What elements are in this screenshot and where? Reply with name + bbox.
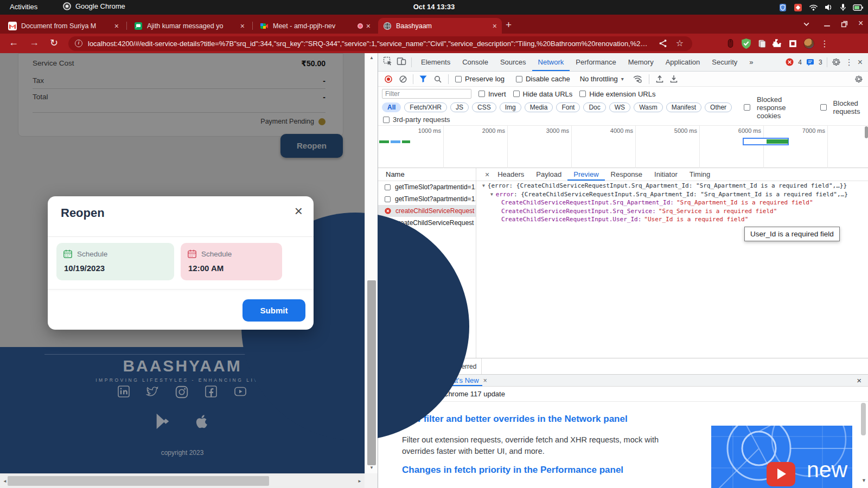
preview-line-5[interactable]: CreateChildServiceRequestInput.User_Id:"…	[501, 216, 748, 223]
profile-avatar[interactable]	[803, 38, 814, 49]
bookmark-star-icon[interactable]: ☆	[676, 38, 684, 48]
youtube-play-icon[interactable]	[767, 462, 795, 486]
detail-tab-preview[interactable]: Preview	[567, 168, 604, 181]
search-icon[interactable]	[434, 75, 442, 83]
reload-button[interactable]: ↻	[50, 37, 58, 49]
clear-network-log-icon[interactable]	[399, 75, 407, 83]
tab-close-icon[interactable]: ×	[114, 22, 119, 30]
devtools-more-tabs-icon[interactable]: »	[743, 53, 759, 71]
devtools-tab-console[interactable]: Console	[456, 53, 494, 71]
whats-new-article-link-1[interactable]: New filter and better overrides in the N…	[402, 414, 628, 425]
facebook-icon[interactable]	[205, 385, 218, 398]
devtools-tab-sources[interactable]: Sources	[494, 53, 532, 71]
hide-extension-urls-label[interactable]: Hide extension URLs	[589, 90, 655, 98]
error-count-icon[interactable]	[786, 58, 794, 66]
request-row[interactable]: getTimeSlot?apartmentid=1…	[378, 193, 476, 205]
detail-tab-initiator[interactable]: Initiator	[648, 168, 684, 181]
hide-extension-urls-checkbox[interactable]	[579, 91, 586, 97]
filter-input[interactable]	[382, 89, 471, 99]
detail-tab-response[interactable]: Response	[605, 168, 649, 181]
record-network-log-icon[interactable]	[385, 75, 392, 83]
devtools-tab-network[interactable]: Network	[532, 53, 570, 71]
invert-label[interactable]: Invert	[488, 90, 506, 98]
scroll-right-icon[interactable]: ►	[358, 479, 362, 484]
filter-pill-all[interactable]: All	[382, 102, 401, 112]
tab-meet[interactable]: Meet - amd-ppjh-nev ×	[255, 18, 375, 34]
browser-menu-icon[interactable]: ⋮	[820, 38, 829, 49]
filter-pill-font[interactable]: Font	[556, 102, 580, 112]
youtube-icon[interactable]	[233, 385, 247, 398]
preview-line-2[interactable]: ▼error: {CreateChildServiceRequestInput.…	[490, 191, 848, 198]
detail-tab-timing[interactable]: Timing	[684, 168, 717, 181]
restore-window-icon[interactable]	[841, 20, 848, 30]
third-party-label[interactable]: 3rd-party requests	[393, 115, 450, 124]
preserve-log-checkbox[interactable]	[455, 76, 462, 82]
whats-new-article-link-2[interactable]: Changes in fetch priority in the Perform…	[402, 465, 623, 476]
preview-line-1[interactable]: ▼{error: {CreateChildServiceRequestInput…	[482, 182, 847, 189]
devtools-tab-security[interactable]: Security	[706, 53, 743, 71]
network-settings-gear-icon[interactable]	[854, 75, 863, 84]
close-drawer-icon[interactable]: ×	[857, 376, 861, 385]
throttling-select[interactable]: No throttling	[580, 75, 618, 83]
blocked-cookies-checkbox[interactable]	[744, 104, 750, 111]
url-text[interactable]: localhost:4200/#/edit-service-details?ti…	[88, 36, 651, 51]
detail-tab-payload[interactable]: Payload	[530, 168, 567, 181]
whats-new-scroll-down-icon[interactable]: ▼	[861, 478, 866, 483]
filter-pill-ws[interactable]: WS	[609, 102, 630, 112]
filter-funnel-icon[interactable]	[419, 75, 427, 82]
tab-document-from-suriya[interactable]: Document from Suriya M ×	[3, 18, 124, 34]
preview-line-4[interactable]: CreateChildServiceRequestInput.Srq_Servi…	[501, 208, 777, 215]
vertical-scroll-thumb[interactable]	[367, 280, 376, 465]
request-row-selected-error[interactable]: createChildServiceRequest	[378, 205, 476, 217]
schedule-time-card[interactable]: Schedule 12:00 AM	[181, 243, 282, 280]
submit-button[interactable]: Submit	[242, 299, 305, 322]
address-bar[interactable]: i localhost:4200/#/edit-service-details?…	[68, 36, 692, 51]
devtools-tab-performance[interactable]: Performance	[570, 53, 622, 71]
third-party-checkbox[interactable]	[383, 117, 390, 123]
forward-button[interactable]: →	[29, 37, 39, 48]
google-play-icon[interactable]	[154, 412, 172, 431]
devtools-settings-gear-icon[interactable]	[832, 57, 841, 67]
apple-icon[interactable]	[192, 411, 211, 432]
filter-pill-other[interactable]: Other	[705, 102, 732, 112]
site-info-icon[interactable]: i	[75, 40, 82, 47]
scroll-up-icon[interactable]: ▲	[369, 55, 374, 60]
whats-new-thumbnail[interactable]: new	[711, 426, 852, 488]
filter-pill-fetch-xhr[interactable]: Fetch/XHR	[404, 102, 447, 112]
import-har-icon[interactable]	[656, 75, 663, 83]
blocked-requests-checkbox[interactable]	[820, 104, 827, 111]
scroll-down-icon[interactable]: ▼	[369, 465, 374, 470]
tab-baashyaam-active[interactable]: Baashyaam ×	[378, 18, 502, 34]
filter-pill-media[interactable]: Media	[525, 102, 553, 112]
filter-pill-wasm[interactable]: Wasm	[634, 102, 663, 112]
new-tab-button[interactable]: +	[506, 19, 512, 31]
focused-app-menu[interactable]: Google Chrome	[63, 2, 125, 10]
device-toolbar-icon[interactable]	[397, 56, 406, 68]
devtools-close-icon[interactable]: ×	[858, 57, 863, 67]
filter-pill-img[interactable]: Img	[500, 102, 521, 112]
preserve-log-label[interactable]: Preserve log	[465, 75, 505, 83]
issues-icon[interactable]	[806, 59, 814, 66]
filter-pill-js[interactable]: JS	[450, 102, 469, 112]
close-details-icon[interactable]: ×	[485, 170, 489, 179]
devtools-menu-icon[interactable]: ⋮	[845, 57, 853, 67]
name-column-header[interactable]: Name	[378, 168, 476, 181]
adguard-shield-icon[interactable]	[741, 38, 751, 49]
devtools-tab-application[interactable]: Application	[660, 53, 706, 71]
timeline-scrollbar-thumb[interactable]	[865, 126, 868, 138]
network-overview-timeline[interactable]: 1000 ms 2000 ms 3000 ms 4000 ms 5000 ms …	[378, 126, 868, 168]
scroll-left-icon[interactable]: ◄	[3, 479, 7, 484]
hide-data-urls-checkbox[interactable]	[513, 91, 520, 97]
request-row[interactable]: getTimeSlot?apartmentid=1…	[378, 181, 476, 193]
extensions-puzzle-icon[interactable]	[773, 38, 782, 48]
inspect-element-icon[interactable]	[383, 56, 393, 68]
whats-new-scrollbar-thumb[interactable]	[861, 403, 866, 435]
detail-tab-headers[interactable]: Headers	[492, 168, 530, 181]
page-horizontal-scrollbar[interactable]: ◄ ►	[0, 473, 365, 488]
clock[interactable]: Oct 14 13:33	[413, 3, 455, 11]
request-checkbox[interactable]	[385, 184, 391, 190]
twitter-icon[interactable]	[146, 385, 159, 398]
instagram-icon[interactable]	[175, 385, 189, 399]
filter-pill-manifest[interactable]: Manifest	[666, 102, 701, 112]
filter-pill-doc[interactable]: Doc	[583, 102, 605, 112]
